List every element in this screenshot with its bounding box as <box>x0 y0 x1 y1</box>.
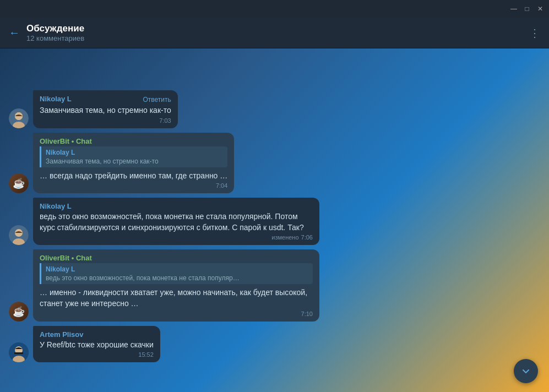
minimize-button[interactable]: — <box>509 4 518 13</box>
avatar <box>9 225 29 245</box>
header-subtitle: 12 комментариев <box>26 34 523 42</box>
message-bubble: Artem Plisov У Reef/btc тоже хорошие ска… <box>33 326 160 363</box>
bubble-sender: Nikolay L <box>40 95 72 103</box>
bubble-text: … всегда надо трейдить именно там, где с… <box>40 171 227 182</box>
back-button[interactable]: ← <box>9 26 20 39</box>
quote-block: Nikolay L Заманчивая тема, но стремно ка… <box>40 146 227 167</box>
scroll-to-bottom-button[interactable] <box>514 359 538 383</box>
header-menu-button[interactable]: ⋮ <box>529 26 540 40</box>
close-button[interactable]: ✕ <box>536 4 545 13</box>
message-time: 7:06 <box>301 234 313 241</box>
app-window: — □ ✕ ← Обсуждение 12 комментариев ⋮ <box>0 0 549 392</box>
table-row: Nikolay L Ответить Заманчивая тема, но с… <box>9 90 540 128</box>
header-title: Обсуждение <box>26 23 523 34</box>
header: ← Обсуждение 12 комментариев ⋮ <box>0 18 549 48</box>
bubble-text: ведь это окно возможностей, пока монетка… <box>40 211 313 233</box>
avatar <box>9 108 29 128</box>
table-row: ☕ OliverBit • Chat Nikolay L ведь это ок… <box>9 249 540 321</box>
bubble-header: Nikolay L Ответить <box>40 95 171 104</box>
main-area: Oliver Bit • Group of Traders Фотография… <box>0 48 549 392</box>
bubble-sender: Artem Plisov <box>40 330 154 339</box>
avatar: ☕ <box>9 302 29 322</box>
quote-text: Заманчивая тема, но стремно как-то <box>46 157 223 165</box>
bubble-footer: 7:10 <box>40 311 313 317</box>
bubble-footer: 15:52 <box>40 351 154 358</box>
oliverbit-avatar-image: ☕ <box>9 173 29 193</box>
table-row: ☕ OliverBit • Chat Nikolay L Заманчивая … <box>9 133 540 194</box>
table-row: Artem Plisov У Reef/btc тоже хорошие ска… <box>9 326 540 363</box>
quote-text: ведь это окно возможностей, пока монетка… <box>46 274 308 282</box>
avatar <box>9 342 29 362</box>
message-time: 7:04 <box>216 182 227 189</box>
nikolay-avatar-image <box>9 225 29 245</box>
message-bubble: OliverBit • Chat Nikolay L Заманчивая те… <box>33 133 234 194</box>
message-time: 7:10 <box>301 311 313 317</box>
bubble-sender: Nikolay L <box>40 202 313 210</box>
artem-avatar-image <box>9 342 29 362</box>
svg-rect-15 <box>14 352 23 354</box>
message-bubble: Nikolay L ведь это окно возможностей, по… <box>33 198 319 245</box>
quote-block: Nikolay L ведь это окно возможностей, по… <box>40 263 313 284</box>
oliverbit-avatar-image: ☕ <box>9 302 29 322</box>
message-time: 7:03 <box>159 117 171 124</box>
avatar: ☕ <box>9 173 29 193</box>
reply-button[interactable]: Ответить <box>143 96 171 104</box>
chat-area[interactable]: Oliver Bit • Group of Traders Фотография… <box>0 48 549 392</box>
bubble-footer: изменено 7:06 <box>40 234 313 241</box>
header-text: Обсуждение 12 комментариев <box>26 23 523 42</box>
bubble-text: … именно - ликвидности хватает уже, можн… <box>40 287 313 309</box>
title-bar: — □ ✕ <box>0 0 549 18</box>
message-bubble: Nikolay L Ответить Заманчивая тема, но с… <box>33 90 178 128</box>
bubble-text: Заманчивая тема, но стремно как-то <box>40 105 171 116</box>
table-row: Nikolay L ведь это окно возможностей, по… <box>9 198 540 245</box>
bubble-footer: 7:04 <box>40 182 227 189</box>
bubble-text: У Reef/btc тоже хорошие скачки <box>40 340 154 351</box>
edited-label: изменено <box>271 234 298 241</box>
message-time: 15:52 <box>138 351 154 358</box>
message-bubble: OliverBit • Chat Nikolay L ведь это окно… <box>33 249 319 321</box>
bubble-sender: OliverBit • Chat <box>40 254 313 262</box>
quote-sender: Nikolay L <box>46 149 223 156</box>
nikolay-avatar-image <box>9 108 29 128</box>
chat-content: Nikolay L Ответить Заманчивая тема, но с… <box>0 85 549 368</box>
bubble-footer: 7:03 <box>40 117 171 124</box>
bubble-sender: OliverBit • Chat <box>40 137 227 145</box>
quote-sender: Nikolay L <box>46 265 308 273</box>
maximize-button[interactable]: □ <box>523 4 531 13</box>
